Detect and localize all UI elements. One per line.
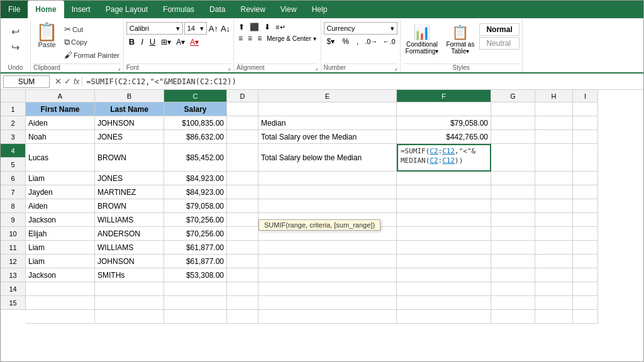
cut-button[interactable]: ✂ Cut (63, 24, 121, 35)
cell-H14[interactable] (535, 296, 573, 310)
col-header-C[interactable]: C (164, 90, 227, 102)
cell-B2[interactable]: JOHNSON (95, 116, 164, 130)
cell-H15[interactable] (535, 310, 573, 324)
neutral-style-btn[interactable]: Neutral (479, 37, 519, 50)
col-header-A[interactable]: A (26, 90, 95, 102)
number-expand-icon[interactable]: ⌟ (394, 64, 397, 71)
cell-D12[interactable] (227, 268, 258, 282)
cell-B9[interactable]: ANDERSON (95, 227, 164, 241)
cell-E2[interactable]: Median (258, 116, 397, 130)
cell-G12[interactable] (491, 268, 535, 282)
cell-D3[interactable] (227, 130, 258, 144)
cell-G14[interactable] (491, 296, 535, 310)
cell-I10[interactable] (573, 241, 598, 255)
cell-B11[interactable]: JOHNSON (95, 255, 164, 268)
cell-E14[interactable] (258, 296, 397, 310)
col-header-F[interactable]: F (397, 90, 491, 102)
cell-C9[interactable]: $70,256.00 (164, 227, 227, 241)
conditional-formatting-btn[interactable]: 📊 Conditional Formatting▾ (403, 23, 441, 56)
cell-G5[interactable] (491, 172, 535, 185)
paste-button[interactable]: 📋 Paste (33, 22, 60, 62)
cell-G9[interactable] (491, 227, 535, 241)
align-right-btn[interactable]: ≡ (255, 33, 264, 43)
cell-D11[interactable] (227, 255, 258, 268)
cell-F2[interactable]: $79,058.00 (397, 116, 491, 130)
cell-I11[interactable] (573, 255, 598, 268)
tab-data[interactable]: Data (202, 1, 233, 18)
border-button[interactable]: ⊞▾ (159, 37, 173, 47)
cell-F14[interactable] (397, 296, 491, 310)
cell-I3[interactable] (573, 130, 598, 144)
cell-F6[interactable] (397, 185, 491, 199)
align-top-btn[interactable]: ⬆ (236, 22, 247, 32)
cell-A1[interactable]: First Name (26, 102, 95, 116)
cell-C12[interactable]: $53,308.00 (164, 268, 227, 282)
cell-F12[interactable] (397, 268, 491, 282)
fill-color-button[interactable]: A▾ (174, 37, 187, 47)
tab-pagelayout[interactable]: Page Layout (98, 1, 155, 18)
row-header-9[interactable]: 9 (1, 213, 26, 227)
copy-button[interactable]: ⧉ Copy (63, 36, 121, 48)
cell-D1[interactable] (227, 102, 258, 116)
cell-F15[interactable] (397, 310, 491, 324)
cell-B6[interactable]: MARTINEZ (95, 185, 164, 199)
cell-D9[interactable] (227, 227, 258, 241)
cell-C3[interactable]: $86,632.00 (164, 130, 227, 144)
cell-E13[interactable] (258, 282, 397, 296)
cell-C5[interactable]: $84,923.00 (164, 172, 227, 185)
row-header-7[interactable]: 7 (1, 185, 26, 199)
cell-A11[interactable]: Liam (26, 255, 95, 268)
cell-H9[interactable] (535, 227, 573, 241)
font-color-button[interactable]: A▾ (188, 37, 201, 47)
col-header-G[interactable]: G (491, 90, 535, 102)
increase-decimal-btn[interactable]: ←.0 (380, 37, 397, 46)
cell-B4[interactable]: BROWN (95, 144, 164, 172)
align-center-btn[interactable]: ≡ (246, 33, 254, 43)
cell-B7[interactable]: BROWN (95, 199, 164, 213)
redo-button[interactable]: ↪ (10, 40, 21, 55)
align-left-btn[interactable]: ≡ (236, 33, 245, 43)
cell-E3[interactable]: Total Salary over the Median (258, 130, 397, 144)
cell-A6[interactable]: Jayden (26, 185, 95, 199)
cell-I12[interactable] (573, 268, 598, 282)
cell-empty-13[interactable] (26, 282, 95, 296)
cell-A4[interactable]: Lucas (26, 144, 95, 172)
name-box[interactable]: SUM (3, 75, 50, 88)
cell-B15[interactable] (95, 310, 164, 324)
cell-F9[interactable] (397, 227, 491, 241)
cell-I15[interactable] (573, 310, 598, 324)
cell-H12[interactable] (535, 268, 573, 282)
cell-E11[interactable] (258, 255, 397, 268)
font-decrease-btn[interactable]: A↓ (220, 23, 231, 34)
tab-review[interactable]: Review (233, 1, 272, 18)
cell-C14[interactable] (164, 296, 227, 310)
cell-C4[interactable]: $85,452.00 (164, 144, 227, 172)
cell-E12[interactable] (258, 268, 397, 282)
cell-E15[interactable] (258, 310, 397, 324)
col-header-D[interactable]: D (227, 90, 258, 102)
cell-H3[interactable] (535, 130, 573, 144)
cancel-formula-icon[interactable]: ✕ (55, 77, 62, 86)
cell-G13[interactable] (491, 282, 535, 296)
cell-G4[interactable] (491, 144, 535, 172)
row-header-4[interactable]: 4 (1, 144, 26, 158)
cell-B14[interactable] (95, 296, 164, 310)
insert-function-icon[interactable]: fx (74, 77, 79, 86)
col-header-E[interactable]: E (258, 90, 397, 102)
cell-I5[interactable] (573, 172, 598, 185)
cell-D7[interactable] (227, 199, 258, 213)
cell-I1[interactable] (573, 102, 598, 116)
number-format-dropdown[interactable]: Currency▾ (324, 22, 397, 35)
cell-C10[interactable]: $61,877.00 (164, 241, 227, 255)
cell-H2[interactable] (535, 116, 573, 130)
row-header-2[interactable]: 2 (1, 116, 26, 130)
cell-G2[interactable] (491, 116, 535, 130)
alignment-expand-icon[interactable]: ⌟ (315, 64, 318, 71)
cell-C1[interactable]: Salary (164, 102, 227, 116)
cell-I14[interactable] (573, 296, 598, 310)
cell-C11[interactable]: $61,877.00 (164, 255, 227, 268)
format-as-table-btn[interactable]: 📋 Format as Table▾ (443, 23, 477, 56)
cell-C7[interactable]: $79,058.00 (164, 199, 227, 213)
cell-G15[interactable] (491, 310, 535, 324)
cell-F5[interactable] (397, 172, 491, 185)
